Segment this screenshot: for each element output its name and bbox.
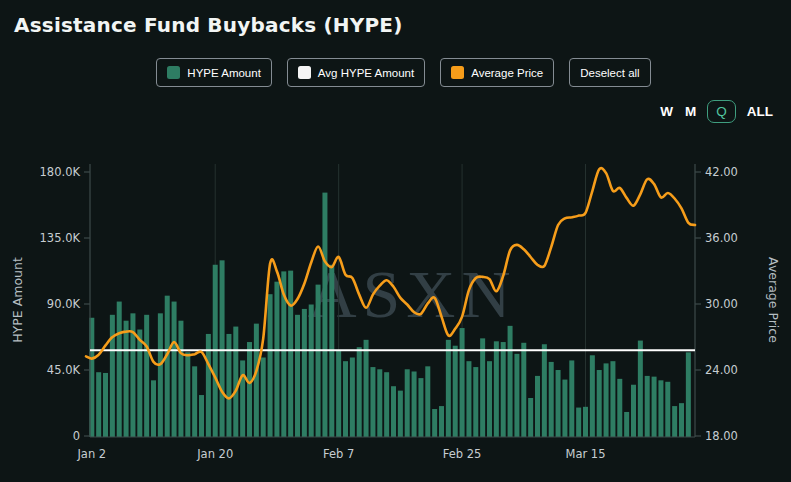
- right-tick-label: 30.00: [705, 297, 738, 311]
- bar-jan-18[interactable]: [199, 395, 204, 437]
- bar-mar-20[interactable]: [617, 379, 622, 437]
- bar-jan-26[interactable]: [254, 324, 259, 437]
- bar-mar-5[interactable]: [514, 354, 519, 437]
- bar-feb-9[interactable]: [350, 358, 355, 438]
- right-tick-label: 36.00: [705, 231, 738, 245]
- bar-jan-14[interactable]: [172, 302, 177, 437]
- bar-feb-13[interactable]: [377, 369, 382, 437]
- bar-mar-11[interactable]: [556, 370, 561, 437]
- bar-mar-27[interactable]: [665, 382, 670, 437]
- bar-mar-17[interactable]: [597, 370, 602, 437]
- bar-feb-23[interactable]: [446, 340, 451, 437]
- bar-mar-18[interactable]: [604, 363, 609, 437]
- bar-feb-8[interactable]: [343, 361, 348, 437]
- right-tick-label: 42.00: [705, 165, 738, 179]
- left-tick-label: 135.0K: [40, 231, 81, 245]
- left-tick-label: 0: [73, 429, 80, 443]
- bar-feb-25[interactable]: [460, 328, 465, 437]
- bar-feb-12[interactable]: [370, 367, 375, 437]
- bar-feb-2[interactable]: [302, 309, 307, 437]
- right-tick-label: 24.00: [705, 363, 738, 377]
- bar-jan-29[interactable]: [274, 282, 279, 437]
- bar-mar-3[interactable]: [501, 342, 506, 437]
- bar-feb-11[interactable]: [364, 340, 369, 437]
- bar-feb-15[interactable]: [391, 386, 396, 437]
- x-tick-label: Mar 15: [566, 447, 606, 461]
- bar-jan-28[interactable]: [268, 294, 273, 437]
- bar-mar-6[interactable]: [521, 343, 526, 437]
- bar-mar-9[interactable]: [542, 344, 547, 437]
- bar-jan-4[interactable]: [103, 373, 108, 437]
- bar-jan-6[interactable]: [117, 302, 122, 437]
- bar-mar-22[interactable]: [631, 385, 636, 437]
- bar-mar-21[interactable]: [624, 412, 629, 437]
- bar-mar-19[interactable]: [610, 361, 615, 437]
- bar-jan-21[interactable]: [220, 260, 225, 437]
- bar-feb-22[interactable]: [439, 406, 444, 437]
- x-tick-label: Jan 20: [196, 447, 233, 461]
- bar-mar-10[interactable]: [549, 362, 554, 437]
- bar-feb-1[interactable]: [295, 315, 300, 437]
- bar-mar-12[interactable]: [562, 380, 567, 437]
- bar-jan-16[interactable]: [185, 352, 190, 437]
- bar-jan-31[interactable]: [288, 271, 293, 437]
- bar-mar-25[interactable]: [652, 377, 657, 437]
- bar-mar-15[interactable]: [583, 407, 588, 437]
- right-tick-label: 18.00: [705, 429, 738, 443]
- bar-mar-16[interactable]: [590, 355, 595, 437]
- bar-jan-24[interactable]: [240, 360, 245, 437]
- bar-jan-17[interactable]: [192, 366, 197, 437]
- bar-feb-27[interactable]: [473, 367, 478, 437]
- bar-mar-2[interactable]: [494, 341, 499, 437]
- bar-jan-11[interactable]: [151, 380, 156, 437]
- left-tick-label: 45.0K: [47, 363, 81, 377]
- bar-feb-20[interactable]: [425, 366, 430, 437]
- bar-feb-4[interactable]: [316, 285, 321, 437]
- bar-jan-10[interactable]: [144, 315, 149, 437]
- bar-mar-26[interactable]: [658, 380, 663, 437]
- bar-jan-15[interactable]: [178, 321, 183, 437]
- bar-jan-12[interactable]: [158, 313, 163, 437]
- bar-mar-23[interactable]: [638, 341, 643, 437]
- buybacks-chart-panel: Assistance Fund Buybacks (HYPE) HYPE Amo…: [0, 0, 791, 482]
- bar-feb-16[interactable]: [398, 391, 403, 437]
- left-tick-label: 90.0K: [47, 297, 81, 311]
- bar-mar-4[interactable]: [508, 326, 513, 437]
- x-tick-label: Jan 2: [76, 447, 106, 461]
- bar-jan-9[interactable]: [137, 330, 142, 437]
- bar-mar-28[interactable]: [672, 406, 677, 437]
- bar-feb-3[interactable]: [309, 305, 314, 438]
- left-axis-title: HYPE Amount: [10, 257, 25, 343]
- bar-jan-23[interactable]: [233, 327, 238, 437]
- bar-jan-27[interactable]: [261, 358, 266, 438]
- bar-jan-25[interactable]: [247, 342, 252, 437]
- bar-mar-7[interactable]: [528, 398, 533, 437]
- left-tick-label: 180.0K: [40, 165, 81, 179]
- bar-feb-21[interactable]: [432, 409, 437, 437]
- bar-jan-13[interactable]: [165, 296, 170, 437]
- bar-feb-28[interactable]: [480, 338, 485, 437]
- bar-feb-26[interactable]: [466, 361, 471, 437]
- bar-mar-14[interactable]: [576, 408, 581, 437]
- bar-mar-29[interactable]: [679, 403, 684, 437]
- bar-mar-13[interactable]: [569, 360, 574, 437]
- x-tick-label: Feb 7: [323, 447, 354, 461]
- x-tick-label: Feb 25: [443, 447, 482, 461]
- bar-feb-14[interactable]: [384, 372, 389, 437]
- bar-mar-24[interactable]: [645, 376, 650, 437]
- bar-feb-5[interactable]: [322, 193, 327, 437]
- bar-feb-7[interactable]: [336, 350, 341, 437]
- chart-canvas: ASXN045.0K90.0K135.0K180.0K18.0024.0030.…: [0, 0, 791, 482]
- bar-feb-10[interactable]: [357, 347, 362, 437]
- right-axis-title: Average Price: [766, 257, 781, 343]
- bar-jan-3[interactable]: [96, 372, 101, 437]
- bar-feb-17[interactable]: [405, 369, 410, 437]
- bar-feb-18[interactable]: [412, 371, 417, 437]
- bar-feb-24[interactable]: [453, 346, 458, 437]
- bar-mar-1[interactable]: [487, 361, 492, 437]
- bar-mar-8[interactable]: [535, 376, 540, 437]
- bar-mar-30[interactable]: [686, 352, 691, 437]
- bar-feb-19[interactable]: [418, 378, 423, 437]
- bar-jan-5[interactable]: [110, 315, 115, 437]
- bar-jan-7[interactable]: [124, 321, 129, 437]
